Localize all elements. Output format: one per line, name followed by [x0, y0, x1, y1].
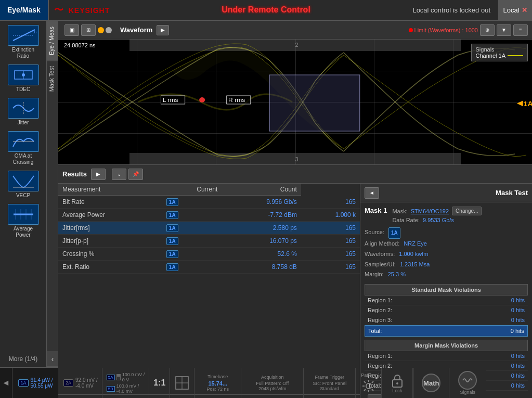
table-row[interactable]: Crossing % 1A 52.6 % 165 — [58, 248, 360, 261]
bb-signals-button[interactable]: Signals — [449, 368, 486, 398]
tdec-icon — [8, 65, 39, 85]
collapse-btn[interactable]: ‹ — [47, 351, 58, 367]
wf-menu-btn[interactable]: ≡ — [513, 24, 528, 36]
channel-1a-label: Channel 1A — [476, 53, 524, 59]
vecp-label: VECP — [16, 192, 30, 199]
margin-label: Margin: — [365, 269, 384, 280]
waveform-play-button[interactable]: ▶ — [157, 25, 169, 35]
sidebar-item-extinction-ratio[interactable]: -1/0 ExtinctionRatio — [3, 23, 44, 61]
vertical-tabs: Eye / Meas Mask Test ‹ — [47, 21, 58, 367]
math-circle: Math — [422, 374, 440, 392]
bottom-bar: ◄ 1A 61.4 μW / 50.55 μW 2A 92.0 mV / -4.… — [0, 367, 532, 398]
svg-point-22 — [366, 383, 371, 389]
bb-channel-2a[interactable]: 2A 92.0 mV / -4.0 mV — [59, 368, 102, 398]
sidebar-item-avg-power[interactable]: AveragePower — [3, 202, 44, 240]
meas-count: 165 — [301, 248, 360, 261]
table-row[interactable]: Jitter[p-p] 1A 16.070 ps 165 — [58, 235, 360, 248]
bb-trigger[interactable]: Frame Trigger Src: Front Panel Standard — [304, 368, 356, 398]
tab-mask-test[interactable]: Mask Test — [47, 60, 58, 97]
results-panel: Results ▶ ⌄ 📌 Measurement Current — [58, 165, 532, 398]
meas-current: 52.6 % — [222, 248, 301, 261]
channel-name: Channel 1A — [476, 53, 506, 59]
standard-violations-title: Standard Mask Violations — [365, 284, 528, 296]
waveform-view-grid-btn[interactable]: ⊞ — [81, 24, 96, 36]
ch2a-badge: 2A — [63, 379, 73, 387]
bb-math-button[interactable]: Math — [413, 368, 449, 398]
extinction-ratio-icon: -1/0 — [8, 25, 39, 46]
meas-current: 8.758 dB — [222, 261, 301, 274]
measurements-section: Measurement Current Count Bit Rate 1A 9.… — [58, 184, 360, 398]
mask-test-section: ◄ Mask Test Mask 1 Mask: STM64/OC192 Cha — [360, 184, 532, 398]
std-region-3-label: Region 3: — [368, 317, 392, 323]
table-row[interactable]: Average Power 1A -7.72 dBm 1.000 k — [58, 209, 360, 222]
center-content: ▣ ⊞ Waveform ▶ Limit (Waveforms) : 1000 … — [58, 21, 532, 367]
bb-timebase[interactable]: Timebase 15.74... Pos: 72 ns — [194, 368, 241, 398]
meas-name: Jitter[p-p] — [58, 235, 162, 248]
local-locked-text: Local control is locked out — [412, 6, 490, 14]
signals-waves-icon — [462, 375, 473, 386]
bb-acquisition[interactable]: Acquisition Full Pattern: Off 2048 pts/w… — [241, 368, 304, 398]
bb-waveform-nav[interactable] — [170, 368, 194, 398]
ch5b-badge: 5B — [107, 386, 115, 392]
pattern-gear-icon — [361, 379, 376, 393]
mar-total-val: 0 hits — [511, 382, 525, 389]
mar-region-1-val: 0 hits — [511, 353, 525, 359]
left-sidebar: -1/0 ExtinctionRatio TDEC — [0, 21, 47, 367]
meas-current: -7.72 dBm — [222, 209, 301, 222]
mask-change-btn[interactable]: Change... — [452, 207, 482, 215]
sidebar-item-jitter[interactable]: Jitter — [3, 96, 44, 127]
bb-lock-button[interactable]: Lock — [382, 368, 413, 398]
align-method-label: Align Method: — [365, 239, 399, 249]
meas-name: Jitter[rms] — [58, 222, 162, 235]
channel-color-line — [508, 55, 523, 56]
table-row[interactable]: Jitter[rms] 1A 2.580 ps 165 — [58, 222, 360, 235]
sidebar-item-more[interactable]: More (1/4) — [3, 353, 44, 364]
std-region-3-val: 0 hits — [511, 317, 525, 323]
channel-info-box: Signals Channel 1A — [471, 44, 528, 61]
wf-dropdown-btn[interactable]: ▼ — [497, 24, 511, 36]
acquisition-sub: 2048 pts/wfm — [258, 386, 287, 391]
bb-pattern[interactable]: Pattern — [356, 368, 382, 398]
std-total-row: Total: 0 hits — [365, 325, 528, 337]
col-current: Current — [162, 184, 222, 196]
mask-test-back-btn[interactable]: ◄ — [365, 187, 379, 199]
waveform-header: ▣ ⊞ Waveform ▶ Limit (Waveforms) : 1000 … — [58, 21, 532, 40]
bb-ratio[interactable]: 1:1 — [149, 368, 170, 398]
keysight-logo: 〜 KEYSIGHT — [54, 4, 110, 16]
oma-label: OMA atCrossing — [13, 153, 33, 165]
local-button[interactable]: Local ✕ — [498, 0, 532, 20]
measurements-table: Measurement Current Count Bit Rate 1A 9.… — [58, 184, 360, 274]
std-total-val: 0 hits — [511, 328, 524, 334]
eye-mask-button[interactable]: Eye/Mask — [0, 0, 49, 20]
meas-name: Average Power — [58, 209, 162, 222]
table-row[interactable]: Bit Rate 1A 9.956 Gb/s 165 — [58, 196, 360, 209]
trigger-title: Frame Trigger — [315, 375, 345, 380]
mask-test-header: ◄ Mask Test — [360, 184, 532, 202]
channel-dot-2 — [106, 27, 112, 33]
waveform-view-single-btn[interactable]: ▣ — [64, 24, 79, 36]
sidebar-item-tdec[interactable]: TDEC — [3, 63, 44, 94]
std-region-1-val: 0 hits — [511, 297, 525, 303]
signals-circle — [458, 371, 477, 390]
std-region-2-label: Region 2: — [368, 307, 392, 313]
bb-ch5ab: 5A 100.0 mV / 0 V 5B 100.0 mV / -4.0 mV — [102, 368, 149, 398]
results-collapse-btn[interactable]: ⌄ — [112, 169, 126, 180]
results-pin-btn[interactable]: 📌 — [128, 169, 143, 180]
mask-test-title: Mask Test — [496, 189, 528, 197]
timebase-val: 15.74... — [208, 380, 227, 387]
results-play-button[interactable]: ▶ — [91, 169, 106, 180]
svg-point-5 — [22, 73, 25, 76]
mask-name-label: Mask: — [392, 208, 407, 214]
mar-region-2-val: 0 hits — [511, 363, 525, 369]
wf-crosshair-btn[interactable]: ⊕ — [480, 24, 495, 36]
signals-text: Signals — [476, 46, 524, 53]
bb-nav-back[interactable]: ◄ — [0, 368, 12, 398]
waveform-nav-icon — [174, 375, 190, 391]
bb-channel-1a[interactable]: 1A 61.4 μW / 50.55 μW — [12, 368, 59, 398]
tab-eye-meas[interactable]: Eye / Meas — [47, 21, 58, 60]
svg-point-16 — [199, 97, 205, 102]
sidebar-item-oma[interactable]: OMA atCrossing — [3, 130, 44, 167]
sidebar-item-vecp[interactable]: VECP — [3, 169, 44, 200]
ch5b-row: 5B 100.0 mV / -4.0 mV — [107, 383, 139, 394]
table-row[interactable]: Ext. Ratio 1A 8.758 dB 165 — [58, 261, 360, 274]
